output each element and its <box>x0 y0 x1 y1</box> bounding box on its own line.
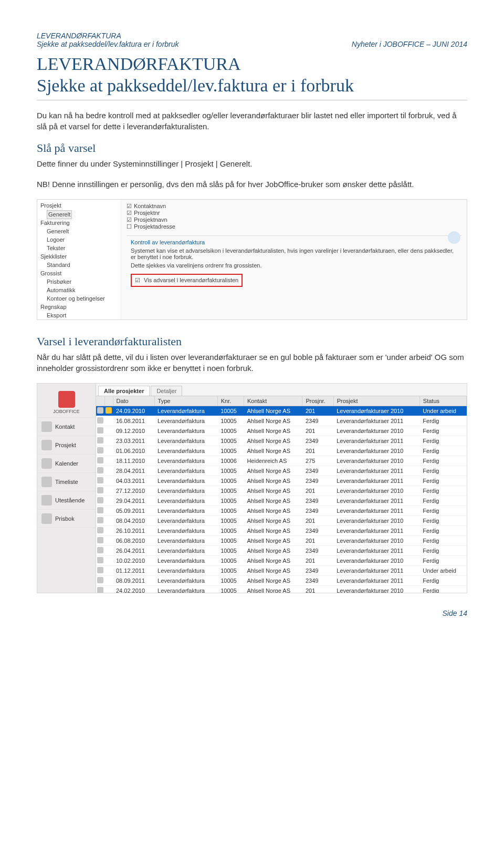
tree-item[interactable]: Fakturering <box>40 220 70 226</box>
table-cell: Leverandørfaktura <box>154 535 217 545</box>
tree-item[interactable]: Kontoer og betingelser <box>47 295 105 302</box>
nav-label: Utestående <box>55 497 85 503</box>
table-header[interactable]: Type <box>154 396 217 406</box>
edit-icon[interactable] <box>97 547 103 553</box>
table-cell: Leverandørfaktura <box>154 406 217 416</box>
table-row[interactable]: 24.09.2010Leverandørfaktura10005Ahlsell … <box>96 406 467 416</box>
table-header[interactable]: Dato <box>113 396 154 406</box>
edit-icon[interactable] <box>97 567 103 573</box>
table-row[interactable]: 26.04.2011Leverandørfaktura10005Ahlsell … <box>96 545 467 555</box>
tab-detaljer[interactable]: Detaljer <box>151 386 182 396</box>
edit-icon[interactable] <box>97 537 103 543</box>
table-cell: 10005 <box>217 416 244 426</box>
edit-icon[interactable] <box>97 437 103 444</box>
table-row[interactable]: 29.04.2011Leverandørfaktura10005Ahlsell … <box>96 496 467 506</box>
table-row[interactable]: 01.12.2011Leverandørfaktura10005Ahlsell … <box>96 565 467 575</box>
table-header[interactable]: Knr. <box>217 396 244 406</box>
checkbox-icon[interactable] <box>127 216 134 223</box>
edit-icon[interactable] <box>97 527 103 533</box>
table-cell: Ferdig <box>419 585 466 593</box>
edit-icon[interactable] <box>97 457 103 463</box>
nav-item[interactable]: Prisbok <box>37 510 96 528</box>
edit-icon[interactable] <box>97 507 103 513</box>
edit-icon[interactable] <box>97 587 103 593</box>
nav-item[interactable]: Utestående <box>37 491 96 510</box>
table-cell: Leverandørfakturaer 2011 <box>333 525 419 535</box>
edit-icon[interactable] <box>97 497 103 503</box>
table-row[interactable]: 24.02.2010Leverandørfaktura10005Ahlsell … <box>96 585 467 593</box>
page-title: LEVERANDØRFAKTURA Sjekke at pakkseddel/l… <box>37 54 467 97</box>
checkbox-icon[interactable] <box>127 203 134 209</box>
tree-item[interactable]: Standard <box>47 262 70 268</box>
warning-icon <box>106 407 112 414</box>
table-row[interactable]: 28.04.2011Leverandørfaktura10005Ahlsell … <box>96 466 467 476</box>
table-row[interactable]: 16.08.2011Leverandørfaktura10005Ahlsell … <box>96 416 467 426</box>
table-header[interactable] <box>96 396 104 406</box>
tree-item[interactable]: Automatikk <box>47 287 75 293</box>
tree-item[interactable]: Generelt <box>47 210 72 220</box>
table-cell: 24.09.2010 <box>113 406 154 416</box>
table-header[interactable]: Prosjekt <box>333 396 419 406</box>
table-cell: Leverandørfakturaer 2010 <box>333 515 419 525</box>
edit-icon[interactable] <box>97 487 103 493</box>
edit-icon[interactable] <box>97 557 103 563</box>
table-row[interactable]: 26.10.2011Leverandørfaktura10005Ahlsell … <box>96 525 467 535</box>
tree-item[interactable]: Regnskap <box>40 304 67 310</box>
tree-item[interactable]: Logoer <box>47 236 65 243</box>
table-row[interactable]: 09.12.2010Leverandørfaktura10005Ahlsell … <box>96 426 467 436</box>
checkbox-label: Kontaktnavn <box>134 203 166 209</box>
nav-item[interactable]: Timeliste <box>37 473 96 491</box>
settings-warning-checkbox-label: Vis advarsel i leverandørfakturalisten <box>144 277 238 283</box>
table-cell: Leverandørfaktura <box>154 506 217 515</box>
edit-icon[interactable] <box>97 407 103 414</box>
table-header[interactable] <box>104 396 113 406</box>
table-cell: Ahlsell Norge AS <box>244 446 302 456</box>
table-cell: 26.10.2011 <box>113 525 154 535</box>
edit-icon[interactable] <box>97 417 103 424</box>
edit-icon[interactable] <box>97 427 103 434</box>
settings-warning-checkbox[interactable] <box>135 277 142 283</box>
table-row[interactable]: 08.09.2011Leverandørfaktura10005Ahlsell … <box>96 575 467 585</box>
table-cell: Ahlsell Norge AS <box>244 535 302 545</box>
edit-icon[interactable] <box>97 467 103 473</box>
table-row[interactable]: 04.03.2011Leverandørfaktura10005Ahlsell … <box>96 476 467 486</box>
table-row[interactable]: 10.02.2010Leverandørfaktura10005Ahlsell … <box>96 555 467 565</box>
table-cell: Leverandørfakturaer 2011 <box>333 565 419 575</box>
tree-item[interactable]: Prosjekt <box>40 202 61 209</box>
edit-icon[interactable] <box>97 577 103 583</box>
table-header[interactable]: Prosjnr. <box>302 396 333 406</box>
tree-item[interactable]: Generelt <box>47 228 69 234</box>
edit-icon[interactable] <box>97 477 103 483</box>
table-cell: 201 <box>302 426 333 436</box>
table-row[interactable]: 06.08.2010Leverandørfaktura10005Ahlsell … <box>96 535 467 545</box>
table-row[interactable]: 18.11.2010Leverandørfaktura10006Heidenre… <box>96 456 467 466</box>
nav-item[interactable]: Prosjekt <box>37 436 96 455</box>
table-header[interactable]: Status <box>419 396 466 406</box>
table-cell: 2349 <box>302 476 333 486</box>
table-cell: 09.12.2010 <box>113 426 154 436</box>
tree-item[interactable]: Sjekklister <box>40 253 67 260</box>
nav-item[interactable]: Kalender <box>37 455 96 473</box>
table-row[interactable]: 23.03.2011Leverandørfaktura10005Ahlsell … <box>96 436 467 446</box>
tree-item[interactable]: Prisbøker <box>47 279 71 285</box>
table-cell: 10005 <box>217 535 244 545</box>
table-row[interactable]: 01.06.2010Leverandørfaktura10005Ahlsell … <box>96 446 467 456</box>
table-cell: Leverandørfaktura <box>154 446 217 456</box>
tree-item[interactable]: Eksport <box>47 312 66 318</box>
checkbox-icon[interactable] <box>127 210 134 216</box>
edit-icon[interactable] <box>97 447 103 453</box>
tree-item[interactable]: Grossist <box>40 270 61 276</box>
table-header[interactable]: Kontakt <box>244 396 302 406</box>
checkbox-icon[interactable] <box>127 223 134 230</box>
table-row[interactable]: 05.09.2011Leverandørfaktura10005Ahlsell … <box>96 506 467 515</box>
edit-icon[interactable] <box>97 517 103 523</box>
table-row[interactable]: 27.12.2010Leverandørfaktura10005Ahlsell … <box>96 486 467 496</box>
table-cell: Under arbeid <box>419 406 466 416</box>
table-row[interactable]: 08.04.2010Leverandørfaktura10005Ahlsell … <box>96 515 467 525</box>
table-cell: 10.02.2010 <box>113 555 154 565</box>
nav-item[interactable]: Kontakt <box>37 418 96 436</box>
tree-item[interactable]: Tekster <box>47 245 65 251</box>
tab-alle-prosjekter[interactable]: Alle prosjekter <box>98 386 150 396</box>
table-cell: Ferdig <box>419 446 466 456</box>
table-cell: 10005 <box>217 406 244 416</box>
